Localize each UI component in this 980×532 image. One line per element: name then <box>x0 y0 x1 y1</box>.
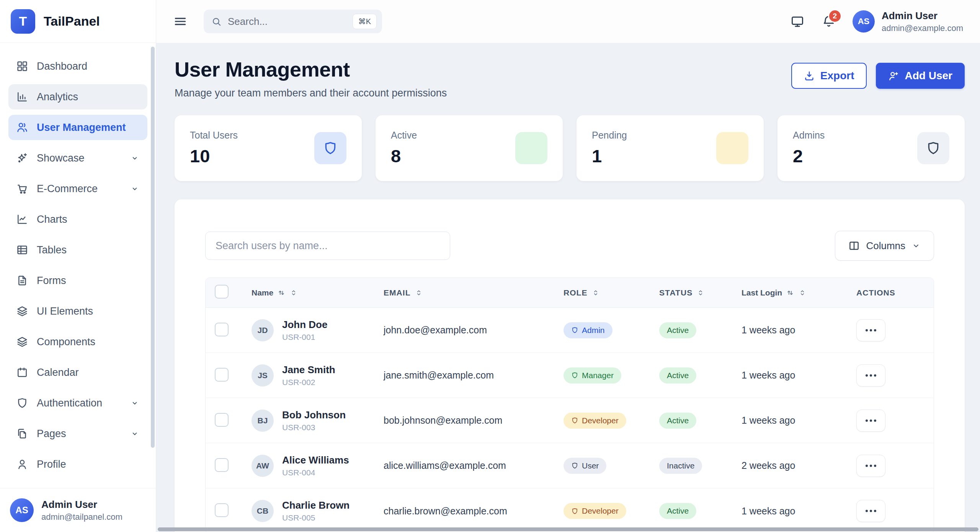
sidebar-item-e-commerce[interactable]: E-Commerce <box>8 176 147 201</box>
shield-icon <box>571 326 578 334</box>
stats-row: Total Users10Active8Pending1Admins2 <box>175 115 965 181</box>
sidebar-item-label: Charts <box>37 214 67 225</box>
search-icon <box>211 16 222 27</box>
sort-chevrons-icon <box>696 289 705 297</box>
add-user-label: Add User <box>905 70 952 82</box>
columns-icon <box>848 240 860 251</box>
sort-arrows-icon <box>277 289 286 297</box>
calendar-icon <box>16 366 28 379</box>
table-row: AWAlice WilliamsUSR-004alice.williams@ex… <box>206 443 934 488</box>
table-row: BJBob JohnsonUSR-003bob.johnson@example.… <box>206 398 934 443</box>
sidebar-item-label: Forms <box>37 275 66 287</box>
user-id: USR-003 <box>282 423 346 432</box>
keyboard-shortcut-badge: ⌘K <box>353 14 377 29</box>
sidebar-item-forms[interactable]: Forms <box>8 268 147 293</box>
user-menu[interactable]: AS Admin User admin@example.com <box>853 10 963 33</box>
sidebar-user-card[interactable]: AS Admin User admin@tailpanel.com <box>0 488 156 532</box>
table-row: JDJohn DoeUSR-001john.doe@example.comAdm… <box>206 308 934 353</box>
sidebar-item-authentication[interactable]: Authentication <box>8 390 147 416</box>
stat-icon-tile <box>515 132 547 164</box>
columns-label: Columns <box>866 240 905 252</box>
sidebar-item-analytics[interactable]: Analytics <box>8 84 147 109</box>
status-badge: Active <box>659 367 696 383</box>
row-actions-button[interactable] <box>856 319 885 341</box>
sidebar-item-pages[interactable]: Pages <box>8 421 147 446</box>
sort-chevrons-icon <box>591 289 600 297</box>
sidebar-item-ui-elements[interactable]: UI Elements <box>8 299 147 324</box>
status-badge: Active <box>659 503 696 519</box>
row-actions-button[interactable] <box>856 364 885 387</box>
sidebar-item-charts[interactable]: Charts <box>8 207 147 232</box>
column-header-role[interactable]: ROLE <box>564 288 659 297</box>
column-header-email[interactable]: EMAIL <box>384 288 564 297</box>
topbar: Search... ⌘K 2 AS Admin User admin@examp… <box>156 0 980 43</box>
brand: T TailPanel <box>0 0 156 43</box>
role-badge: Admin <box>564 322 612 338</box>
export-button[interactable]: Export <box>791 63 867 89</box>
chevron-down-icon <box>130 184 140 194</box>
user-email: bob.johnson@example.com <box>384 415 564 426</box>
user-id: USR-004 <box>282 468 349 477</box>
user-id: USR-002 <box>282 378 335 387</box>
shield-icon <box>917 132 949 164</box>
last-login: 1 weeks ago <box>742 370 856 381</box>
status-badge: Active <box>659 322 696 338</box>
shield-icon <box>16 397 28 409</box>
sidebar: T TailPanel DashboardAnalyticsUser Manag… <box>0 0 156 532</box>
sidebar-item-showcase[interactable]: Showcase <box>8 145 147 171</box>
pages-icon <box>16 428 28 440</box>
sidebar-item-components[interactable]: Components <box>8 329 147 354</box>
sidebar-item-calendar[interactable]: Calendar <box>8 360 147 385</box>
row-actions-button[interactable] <box>856 500 885 522</box>
download-icon <box>804 70 815 82</box>
hamburger-menu-icon[interactable] <box>173 14 188 29</box>
table-body: JDJohn DoeUSR-001john.doe@example.comAdm… <box>206 308 934 532</box>
status-badge: Active <box>659 413 696 429</box>
row-actions-button[interactable] <box>856 410 885 432</box>
notifications-button[interactable]: 2 <box>822 15 836 28</box>
global-search-input[interactable]: Search... ⌘K <box>204 10 382 33</box>
sparkles-icon <box>16 152 28 164</box>
display-mode-button[interactable] <box>791 15 804 28</box>
user-email: charlie.brown@example.com <box>384 506 564 517</box>
row-actions-button[interactable] <box>856 455 885 477</box>
table-row: JSJane SmithUSR-002jane.smith@example.co… <box>206 353 934 398</box>
row-checkbox[interactable] <box>215 368 229 382</box>
select-all-checkbox[interactable] <box>215 285 229 299</box>
sidebar-item-label: Pages <box>37 428 66 440</box>
sidebar-item-user-management[interactable]: User Management <box>8 115 147 140</box>
notification-count-badge: 2 <box>828 9 842 23</box>
horizontal-scrollbar[interactable] <box>158 527 978 531</box>
table-header-row: NameEMAILROLESTATUSLast LoginACTIONS <box>206 278 934 308</box>
export-label: Export <box>820 70 854 82</box>
avatar: AW <box>252 455 274 477</box>
row-checkbox[interactable] <box>215 458 229 472</box>
column-header-status[interactable]: STATUS <box>659 288 742 297</box>
column-header-last-login[interactable]: Last Login <box>742 288 856 297</box>
column-label: EMAIL <box>384 288 411 297</box>
page-subtitle: Manage your team members and their accou… <box>175 87 447 99</box>
sidebar-scrollbar[interactable] <box>151 47 155 448</box>
sidebar-item-profile[interactable]: Profile <box>8 452 147 477</box>
user-name: Alice Williams <box>282 454 349 466</box>
stat-value: 8 <box>391 145 417 166</box>
row-checkbox[interactable] <box>215 503 229 517</box>
stat-value: 2 <box>793 145 825 166</box>
users-search-input[interactable] <box>205 232 450 260</box>
page-content: User Management Manage your team members… <box>156 43 980 532</box>
sort-chevrons-icon <box>415 289 423 297</box>
user-icon <box>16 458 28 470</box>
column-header-name[interactable]: Name <box>252 288 384 297</box>
cart-icon <box>16 183 28 195</box>
brand-logo-icon: T <box>11 9 35 34</box>
user-id: USR-005 <box>282 513 350 522</box>
columns-button[interactable]: Columns <box>835 231 934 261</box>
users-table-card: Columns NameEMAILROLESTATUSLast LoginACT… <box>175 199 965 532</box>
row-checkbox[interactable] <box>215 413 229 427</box>
add-user-button[interactable]: Add User <box>876 63 965 89</box>
row-checkbox[interactable] <box>215 323 229 336</box>
shield-icon <box>571 372 578 379</box>
sidebar-item-tables[interactable]: Tables <box>8 237 147 263</box>
file-text-icon <box>16 274 28 287</box>
sidebar-item-dashboard[interactable]: Dashboard <box>8 54 147 79</box>
